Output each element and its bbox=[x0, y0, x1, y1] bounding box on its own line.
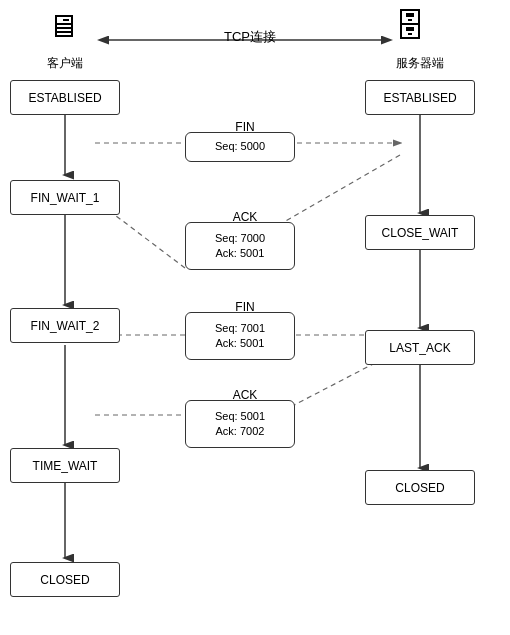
server-established-state: ESTABLISED bbox=[365, 80, 475, 115]
tcp-label: TCP连接 bbox=[190, 28, 310, 46]
fin2-seq: Seq: 7001 bbox=[215, 321, 265, 336]
ack2-ack: Ack: 7002 bbox=[216, 424, 265, 439]
last-ack-state: LAST_ACK bbox=[365, 330, 475, 365]
fin-wait-1-state: FIN_WAIT_1 bbox=[10, 180, 120, 215]
client-icon: 🖥 bbox=[28, 8, 98, 45]
ack1-ack: Ack: 5001 bbox=[216, 246, 265, 261]
fin2-ack: Ack: 5001 bbox=[216, 336, 265, 351]
client-established-state: ESTABLISED bbox=[10, 80, 120, 115]
server-label: 服务器端 bbox=[375, 55, 465, 72]
ack1-packet: Seq: 7000 Ack: 5001 bbox=[185, 222, 295, 270]
client-closed-state: CLOSED bbox=[10, 562, 120, 597]
close-wait-state: CLOSE_WAIT bbox=[365, 215, 475, 250]
fin2-packet: Seq: 7001 Ack: 5001 bbox=[185, 312, 295, 360]
server-closed-state: CLOSED bbox=[365, 470, 475, 505]
ack2-seq: Seq: 5001 bbox=[215, 409, 265, 424]
fin1-packet: Seq: 5000 bbox=[185, 132, 295, 162]
fin-wait-2-state: FIN_WAIT_2 bbox=[10, 308, 120, 343]
ack1-seq: Seq: 7000 bbox=[215, 231, 265, 246]
time-wait-state: TIME_WAIT bbox=[10, 448, 120, 483]
ack2-packet: Seq: 5001 Ack: 7002 bbox=[185, 400, 295, 448]
server-icon: 🗄 bbox=[380, 8, 440, 45]
tcp-diagram: 🖥 🗄 TCP连接 客户端 服务器端 ESTABLISED ESTABLISED… bbox=[0, 0, 510, 635]
client-label: 客户端 bbox=[25, 55, 105, 72]
fin1-seq: Seq: 5000 bbox=[215, 139, 265, 154]
